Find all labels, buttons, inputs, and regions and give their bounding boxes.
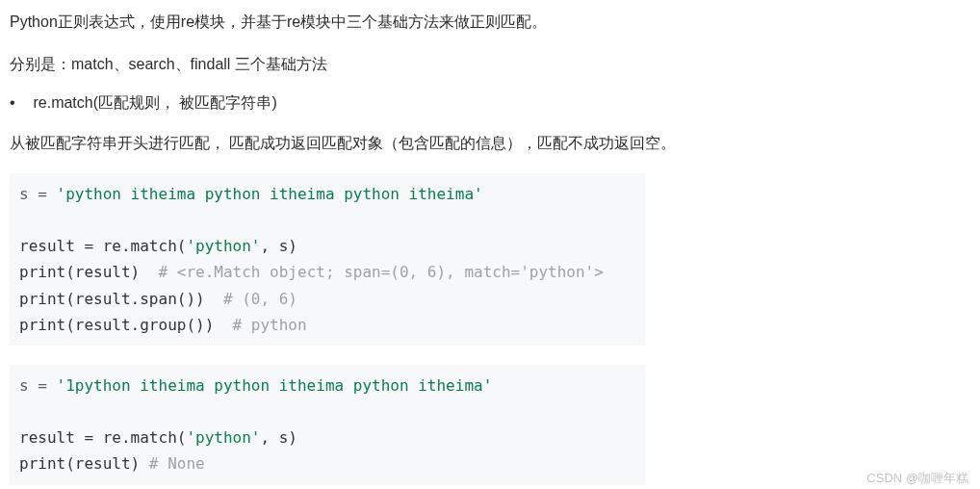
code-line: s = '1python itheima python itheima pyth… [19,376,492,395]
code-block-2: s = '1python itheima python itheima pyth… [10,365,645,485]
code-line: print(result.group()) # python [19,316,307,334]
code-line: s = 'python itheima python itheima pytho… [19,185,483,203]
paragraph-desc: 从被匹配字符串开头进行匹配， 匹配成功返回匹配对象（包含匹配的信息），匹配不成功… [10,131,970,156]
code-line: print(result) # None [19,454,205,473]
paragraph-methods: 分别是：match、search、findall 三个基础方法 [10,52,970,77]
code-line: print(result) # <re.Match object; span=(… [19,263,604,281]
code-block-1: s = 'python itheima python itheima pytho… [10,173,645,346]
code-line: result = re.match('python', s) [19,237,297,255]
paragraph-intro: Python正则表达式，使用re模块，并基于re模块中三个基础方法来做正则匹配。 [10,10,970,35]
bullet-rematch: • re.match(匹配规则， 被匹配字符串) [10,93,970,114]
bullet-dot: • [10,94,29,112]
code-line: print(result.span()) # (0, 6) [19,290,297,308]
code-line: result = re.match('python', s) [19,428,297,447]
watermark: CSDN @咖喱年糕 [866,470,968,487]
bullet-text: re.match(匹配规则， 被匹配字符串) [33,94,276,111]
